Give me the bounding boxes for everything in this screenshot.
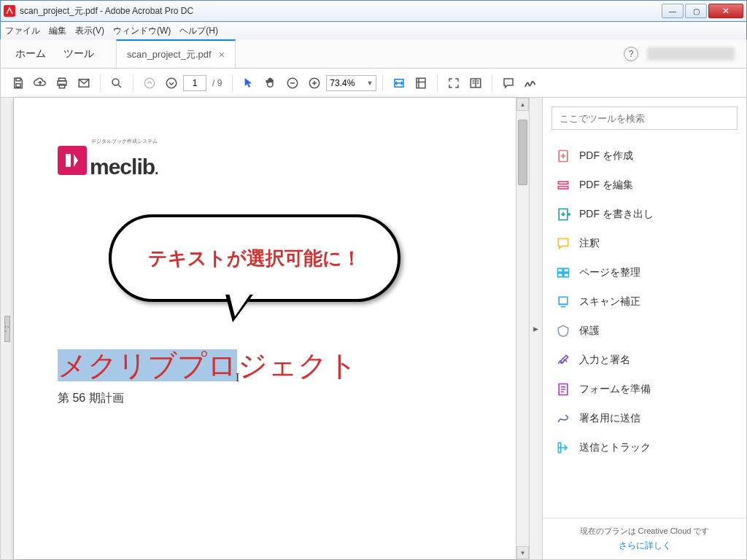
page-down-icon[interactable] [161, 73, 182, 93]
toolbar-separator [382, 74, 383, 92]
zoom-out-icon[interactable] [282, 73, 303, 93]
tool-item[interactable]: スキャン補正 [543, 287, 746, 316]
toolbar-separator [492, 74, 492, 92]
tool-item[interactable]: 入力と署名 [543, 346, 746, 375]
svg-rect-18 [558, 187, 568, 189]
tools-side-panel: PDF を作成PDF を編集PDF を書き出し注釈ページを整理スキャン補正保護入… [542, 98, 746, 559]
pdf-page[interactable]: デジタルブック作成システム meclib. テキストが選択可能に！ メクリブプロ… [14, 98, 516, 559]
toolbar-separator [232, 74, 233, 92]
svg-rect-15 [66, 154, 71, 167]
tool-label: スキャン補正 [579, 295, 640, 308]
help-icon[interactable]: ? [624, 47, 638, 61]
main-toolbar: / 9 73.4%▼ [0, 69, 747, 98]
doc-title-rest: ジェクト [238, 349, 357, 381]
search-icon[interactable] [107, 73, 127, 93]
menu-window[interactable]: ウィンドウ(W) [113, 25, 171, 37]
signin-area[interactable] [647, 47, 735, 61]
tool-label: ページを整理 [579, 266, 640, 279]
doc-title[interactable]: メクリブプロジェクト [58, 346, 357, 386]
chevron-right-icon: ▶ [533, 325, 538, 332]
fullscreen-icon[interactable] [444, 73, 464, 93]
page-number-input[interactable] [183, 75, 206, 91]
toolbar-separator [133, 74, 133, 92]
logo-sup: デジタルブック作成システム [91, 139, 158, 144]
page-total-label: / 9 [212, 78, 222, 88]
tool-icon [556, 207, 570, 222]
close-button[interactable]: ✕ [708, 4, 743, 18]
menu-help[interactable]: ヘルプ(H) [179, 25, 218, 37]
fit-page-icon[interactable] [411, 73, 431, 93]
panel-collapse-strip[interactable]: ▶ [529, 98, 542, 559]
tool-icon [556, 353, 570, 368]
tab-close-icon[interactable]: × [219, 49, 225, 61]
chevron-down-icon: ▼ [366, 79, 373, 87]
tool-item[interactable]: 保護 [543, 316, 746, 346]
tool-label: 保護 [579, 324, 600, 338]
learn-more-link[interactable]: さらに詳しく [550, 540, 739, 552]
hand-icon[interactable] [260, 73, 281, 93]
tool-item[interactable]: PDF を編集 [543, 171, 746, 200]
save-icon[interactable] [8, 73, 28, 93]
side-footer: 現在のプランは Creative Cloud です さらに詳しく [543, 518, 746, 559]
menu-file[interactable]: ファイル [5, 25, 40, 37]
pointer-icon[interactable] [239, 73, 259, 93]
meclib-badge-icon [58, 146, 87, 175]
document-scrollbar[interactable]: ▲ ▼ [516, 98, 529, 559]
tool-item[interactable]: 署名用に送信 [543, 404, 746, 433]
document-tab[interactable]: scan_project_元.pdf × [116, 39, 236, 68]
tool-item[interactable]: フォームを準備 [543, 375, 746, 404]
cloud-upload-icon[interactable] [30, 73, 50, 93]
tool-label: 送信とトラック [579, 441, 651, 454]
left-nav-gutter[interactable]: • • • [1, 98, 14, 559]
menu-bar: ファイル 編集 表示(V) ウィンドウ(W) ヘルプ(H) [0, 22, 747, 39]
mail-icon[interactable] [74, 73, 94, 93]
sign-icon[interactable] [520, 73, 541, 93]
toolbar-separator [100, 74, 101, 92]
scroll-thumb[interactable] [518, 120, 527, 185]
home-tab[interactable]: ホーム [15, 47, 46, 61]
svg-rect-24 [559, 297, 568, 304]
zoom-in-icon[interactable] [304, 73, 325, 93]
minimize-button[interactable]: — [662, 4, 684, 18]
tools-tab[interactable]: ツール [63, 47, 94, 61]
tool-label: 注釈 [579, 237, 600, 250]
tool-label: PDF を編集 [579, 179, 633, 192]
speech-bubble: テキストが選択可能に！ [109, 214, 400, 302]
zoom-select[interactable]: 73.4%▼ [326, 75, 376, 91]
logo-dot: . [155, 161, 158, 177]
svg-rect-20 [558, 268, 563, 272]
tool-icon [556, 324, 570, 338]
tool-label: PDF を作成 [579, 149, 633, 163]
svg-point-7 [112, 79, 119, 85]
menu-view[interactable]: 表示(V) [75, 25, 104, 37]
window-titlebar: scan_project_元.pdf - Adobe Acrobat Pro D… [0, 0, 747, 22]
tool-item[interactable]: 注釈 [543, 229, 746, 258]
read-mode-icon[interactable] [465, 73, 486, 93]
svg-point-8 [144, 78, 155, 88]
tool-item[interactable]: PDF を作成 [543, 141, 746, 171]
fit-width-icon[interactable] [389, 73, 409, 93]
tool-icon [556, 411, 570, 426]
tool-icon [556, 236, 570, 251]
bubble-text: テキストが選択可能に！ [148, 246, 361, 271]
tool-icon [556, 295, 570, 309]
tool-label: 署名用に送信 [579, 412, 640, 425]
scroll-up-icon[interactable]: ▲ [516, 98, 529, 111]
tool-item[interactable]: 送信とトラック [543, 433, 746, 462]
menu-edit[interactable]: 編集 [49, 25, 66, 37]
print-icon[interactable] [52, 73, 72, 93]
maximize-button[interactable]: ▢ [685, 4, 707, 18]
tools-search-input[interactable] [551, 106, 738, 130]
doc-subtitle[interactable]: 第 56 期計画 [58, 391, 124, 406]
document-area: • • • デジタルブック作成システム meclib. テキストが選択可能に！ … [1, 98, 529, 559]
tool-label: 入力と署名 [579, 354, 630, 367]
scroll-down-icon[interactable]: ▼ [516, 546, 529, 559]
comment-icon[interactable] [498, 73, 519, 93]
plan-text: 現在のプランは Creative Cloud です [580, 526, 710, 535]
zoom-value: 73.4% [330, 78, 355, 88]
tool-icon [556, 265, 570, 280]
svg-rect-21 [564, 268, 569, 272]
page-up-icon[interactable] [139, 73, 160, 93]
tool-item[interactable]: PDF を書き出し [543, 200, 746, 229]
tool-item[interactable]: ページを整理 [543, 258, 746, 287]
